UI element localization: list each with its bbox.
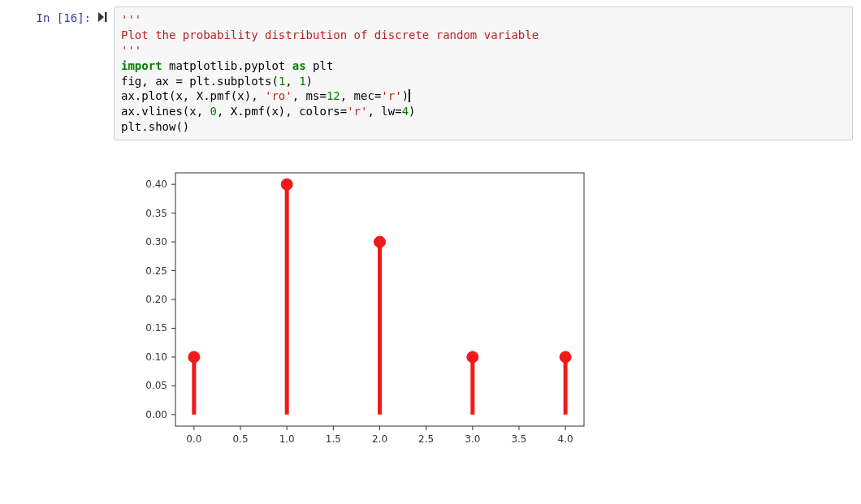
code-line-4s1: 'r'	[347, 105, 367, 118]
code-line-4n1: 4	[402, 105, 409, 118]
data-point	[188, 351, 200, 363]
code-module: matplotlib.pyplot	[162, 59, 292, 72]
code-line-2c: ,	[285, 75, 299, 88]
y-tick-label: 0.30	[145, 236, 167, 248]
code-line-3b: , ms=	[292, 89, 327, 102]
code-line-3s2: 'r'	[381, 89, 401, 102]
code-line-3n1: 12	[327, 89, 340, 102]
y-tick-label: 0.00	[145, 409, 167, 420]
svg-marker-0	[98, 12, 104, 22]
step-forward-icon	[97, 11, 114, 23]
prompt-label: In [16]:	[37, 11, 91, 24]
code-line-2n2: 1	[299, 75, 305, 88]
code-as-kw: as	[292, 59, 306, 72]
x-tick-label: 3.0	[465, 433, 480, 445]
code-cell: In [16]: ''' Plot the probability distri…	[8, 6, 853, 140]
code-line-3d: )	[402, 89, 409, 102]
code-editor[interactable]: ''' Plot the probability distribution of…	[114, 6, 853, 140]
data-point	[281, 179, 292, 190]
x-tick-label: 0.0	[186, 433, 201, 445]
text-cursor	[409, 89, 410, 102]
data-point	[560, 351, 571, 363]
code-line-2a: fig, ax = plt.subplots(	[121, 75, 279, 88]
x-tick-label: 1.0	[279, 433, 295, 445]
input-prompt: In [16]:	[8, 6, 97, 140]
x-tick-label: 1.5	[326, 433, 341, 445]
y-tick-label: 0.35	[145, 208, 167, 219]
x-tick-label: 2.5	[418, 433, 434, 445]
code-alias: plt	[306, 59, 334, 72]
x-tick-label: 0.5	[232, 433, 248, 445]
code-line-4n0: 0	[210, 105, 217, 118]
data-point	[374, 236, 386, 248]
code-line-3s1: 'ro'	[265, 89, 292, 102]
data-point	[467, 351, 478, 363]
output-prompt	[8, 149, 97, 459]
y-tick-label: 0.15	[145, 323, 167, 334]
pmf-stem-plot: 0.000.050.100.150.200.250.300.350.400.00…	[125, 158, 596, 459]
output-area: 0.000.050.100.150.200.250.300.350.400.00…	[97, 149, 853, 459]
code-line-5: plt.show()	[121, 120, 189, 133]
x-tick-label: 3.5	[511, 433, 526, 445]
code-line-4d: )	[409, 105, 415, 118]
y-tick-label: 0.20	[145, 294, 167, 305]
x-tick-label: 4.0	[558, 433, 573, 445]
run-button[interactable]	[97, 6, 114, 140]
code-line-3c: , mec=	[340, 89, 382, 102]
code-line-3a: ax.plot(x, X.pmf(x),	[121, 89, 265, 102]
y-tick-label: 0.05	[145, 380, 167, 391]
code-line-2b: )	[306, 75, 313, 88]
code-line-4b: , X.pmf(x), colors=	[217, 105, 347, 118]
code-docstring-open: '''	[121, 13, 141, 26]
code-line-4c: , lw=	[367, 105, 401, 118]
output-cell: 0.000.050.100.150.200.250.300.350.400.00…	[8, 149, 853, 459]
y-tick-label: 0.40	[145, 179, 167, 190]
svg-rect-1	[105, 12, 107, 22]
code-import-kw: import	[121, 59, 162, 72]
y-tick-label: 0.25	[145, 265, 167, 277]
code-line-4a: ax.vlines(x,	[121, 105, 210, 118]
code-docstring-close: '''	[121, 44, 141, 57]
x-tick-label: 2.0	[372, 433, 387, 445]
y-tick-label: 0.10	[145, 351, 167, 363]
code-docstring-line: Plot the probability distribution of dis…	[121, 28, 539, 41]
